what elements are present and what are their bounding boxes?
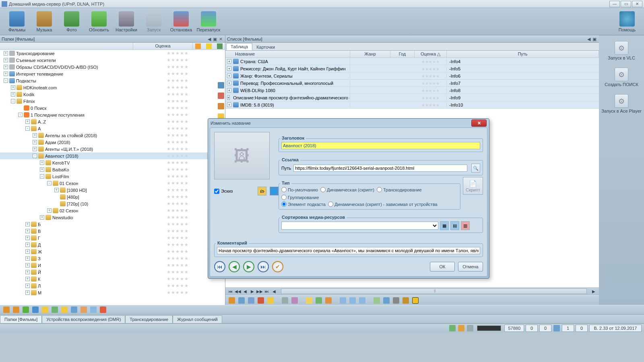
row-expand-icon[interactable]: + bbox=[227, 88, 231, 93]
tree-row[interactable]: +Й bbox=[0, 269, 225, 276]
bt-icon-2[interactable] bbox=[238, 297, 245, 304]
tree-rating-header[interactable]: Оценка bbox=[133, 43, 193, 49]
cancel-button[interactable]: Отмена bbox=[458, 262, 483, 272]
grid-row[interactable]: +IMDB: 5.8 (3019)-Info10 bbox=[225, 101, 599, 109]
expand-icon[interactable]: + bbox=[25, 284, 30, 288]
grid-row[interactable]: +Перевод: Профессиональный, многоголосый… bbox=[225, 80, 599, 87]
tree-row[interactable]: -Подкасты bbox=[0, 77, 225, 84]
stop-button[interactable]: Остановка bbox=[167, 9, 195, 35]
dialog-close-button[interactable]: ✕ bbox=[471, 119, 487, 127]
films-button[interactable]: Фильмы bbox=[3, 9, 31, 35]
comment-input[interactable] bbox=[217, 247, 480, 254]
tree-row[interactable]: +Адам (2018) bbox=[0, 139, 225, 146]
rating-stars[interactable] bbox=[167, 283, 225, 288]
btab-transcode[interactable]: Транскодирование bbox=[125, 315, 173, 323]
row-expand-icon[interactable]: + bbox=[227, 74, 231, 78]
tree-row[interactable]: [480p] bbox=[0, 193, 225, 200]
tree-row[interactable]: -1 Последние поступления bbox=[0, 111, 225, 118]
lb-add-icon[interactable] bbox=[23, 306, 29, 313]
flag-icon[interactable] bbox=[217, 43, 223, 49]
grid-row[interactable]: +Режиссер: Джон Лойд, Курт Найт, Кайнен … bbox=[225, 65, 599, 72]
tree-row[interactable]: +BaibaKo bbox=[0, 166, 225, 173]
bt-imdb-icon[interactable] bbox=[412, 297, 419, 304]
help-button[interactable]: Помощь bbox=[613, 9, 641, 35]
expand-icon[interactable]: + bbox=[11, 92, 15, 97]
key-icon[interactable] bbox=[206, 43, 212, 49]
bt-delete-icon[interactable] bbox=[258, 297, 264, 304]
list-pin-icon[interactable]: ▣ bbox=[592, 36, 597, 42]
lb-icon-1[interactable] bbox=[3, 306, 10, 313]
tree-row[interactable]: +A..Z bbox=[0, 118, 225, 125]
dlg-nav-last-button[interactable]: ⏭ bbox=[258, 261, 269, 272]
expand-icon[interactable]: + bbox=[25, 229, 30, 233]
expand-icon[interactable]: + bbox=[25, 256, 30, 261]
row-rating[interactable] bbox=[415, 88, 447, 93]
grid-row[interactable]: +Описание:Начав просмотр фэнтезийно-драм… bbox=[225, 94, 599, 101]
thumb-web-button[interactable]: 🌐 bbox=[270, 187, 279, 195]
radio-dynamic[interactable]: Динамическая (скрипт) bbox=[320, 187, 374, 192]
refresh-button[interactable]: Обновить bbox=[85, 9, 113, 35]
filter-icon[interactable] bbox=[195, 43, 201, 49]
tree-row[interactable]: +И bbox=[0, 262, 225, 269]
nav-next-icon[interactable]: ▶ bbox=[249, 288, 256, 294]
close-button[interactable]: ✕ bbox=[632, 1, 642, 7]
bt-icon-6[interactable] bbox=[282, 297, 288, 304]
photo-button[interactable]: Фото bbox=[58, 9, 85, 35]
tab-table[interactable]: Таблица bbox=[226, 43, 252, 50]
dialog-titlebar[interactable]: Изменить название ✕ bbox=[208, 119, 489, 128]
panel-pin-icon[interactable]: ▣ bbox=[212, 36, 218, 42]
tree-row[interactable]: +Newstudio bbox=[0, 214, 225, 221]
rating-stars[interactable] bbox=[167, 78, 225, 83]
radio-dyn-device[interactable]: Динамическая (скрипт) - зависимая от уст… bbox=[328, 202, 438, 207]
nav-prev-icon[interactable]: ◀ bbox=[242, 288, 249, 294]
restart-button[interactable]: Перезапуск bbox=[195, 9, 222, 35]
expand-icon[interactable]: + bbox=[25, 249, 30, 254]
lb-icon-2[interactable] bbox=[13, 306, 19, 313]
rating-stars[interactable] bbox=[167, 105, 225, 111]
expand-icon[interactable]: + bbox=[25, 277, 30, 281]
nav-next-page-icon[interactable]: ▶▶ bbox=[256, 288, 263, 294]
expand-icon[interactable]: + bbox=[25, 243, 30, 247]
expand-icon[interactable]: - bbox=[47, 181, 52, 185]
lb-icon-7[interactable] bbox=[80, 306, 87, 313]
radio-transcode[interactable]: Транскодирование bbox=[377, 187, 422, 192]
tree-row[interactable]: +KerobTV bbox=[0, 159, 225, 166]
bt-icon-15[interactable] bbox=[402, 297, 409, 304]
expand-icon[interactable]: + bbox=[33, 140, 37, 144]
bt-info-icon[interactable] bbox=[383, 297, 390, 304]
tree-row[interactable]: +[1080 HD] bbox=[0, 187, 225, 193]
minimize-button[interactable]: — bbox=[609, 1, 620, 7]
rating-stars[interactable] bbox=[167, 71, 225, 76]
bt-icon-11[interactable] bbox=[349, 297, 356, 304]
row-expand-icon[interactable]: + bbox=[227, 103, 231, 107]
sb-icon-2[interactable] bbox=[467, 325, 473, 331]
lb-icon-3[interactable] bbox=[32, 306, 39, 313]
expand-icon[interactable]: - bbox=[4, 78, 8, 83]
col-genre[interactable]: Жанр bbox=[350, 51, 390, 58]
lb-icon-4[interactable] bbox=[42, 306, 48, 313]
row-rating[interactable] bbox=[415, 103, 447, 107]
row-expand-icon[interactable]: + bbox=[227, 59, 231, 64]
sort-select[interactable] bbox=[281, 222, 438, 230]
tree-row[interactable]: +02 Сезон bbox=[0, 207, 225, 214]
vt-icon-2[interactable] bbox=[218, 93, 224, 99]
bt-icon-14[interactable] bbox=[393, 297, 399, 304]
rating-stars[interactable] bbox=[167, 99, 225, 104]
action-ace[interactable]: Запуск в Ace Player bbox=[601, 92, 642, 116]
bt-sound-icon[interactable] bbox=[340, 297, 346, 304]
music-button[interactable]: Музыка bbox=[31, 9, 58, 35]
tree-row[interactable]: +Б bbox=[0, 221, 225, 228]
action-create-search[interactable]: Создать ПОИСК bbox=[601, 65, 642, 89]
sort-btn-2[interactable]: ▤ bbox=[450, 221, 459, 230]
expand-icon[interactable]: + bbox=[40, 215, 44, 220]
col-name[interactable]: Название bbox=[225, 51, 350, 58]
lb-save-icon[interactable] bbox=[71, 306, 77, 313]
row-rating[interactable] bbox=[415, 81, 447, 86]
tree-row[interactable]: +З bbox=[0, 255, 225, 262]
grid-row[interactable]: +Жанр: Фэнтези, Сериалы-Info6 bbox=[225, 72, 599, 80]
tree-row[interactable]: +Съемные носители bbox=[0, 57, 225, 64]
bt-icon-12[interactable] bbox=[359, 297, 365, 304]
sb-search-icon[interactable] bbox=[553, 325, 560, 331]
sort-btn-1[interactable]: ▦ bbox=[440, 221, 449, 230]
tree-row[interactable]: +Л bbox=[0, 282, 225, 289]
